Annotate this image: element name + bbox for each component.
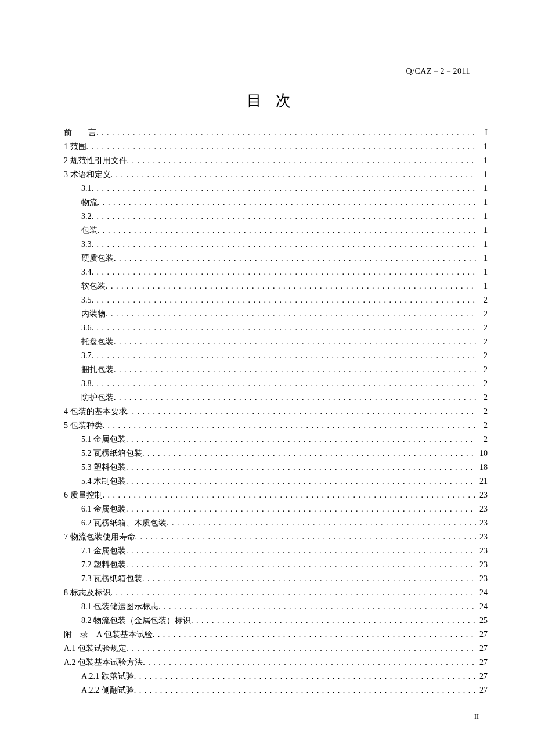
toc-leader-dots <box>191 614 476 628</box>
toc-leader-dots <box>143 656 476 669</box>
toc-entry-label: 托盘包装 <box>81 335 114 349</box>
toc-entry-page: 1 <box>476 154 488 168</box>
toc-entry: 2 规范性引用文件1 <box>64 154 488 168</box>
toc-leader-dots <box>142 572 476 586</box>
toc-entry-page: 2 <box>476 419 488 433</box>
toc-entry: 7.1 金属包装 23 <box>64 544 488 558</box>
toc-entry: 8 标志及标识24 <box>64 586 488 600</box>
toc-leader-dots <box>127 642 476 656</box>
toc-leader-dots <box>86 140 477 154</box>
toc-entry-label: 8.2 物流包装（金属包装）标识 <box>81 614 191 628</box>
toc-entry: 7 物流包装使用寿命23 <box>64 530 488 544</box>
toc-entry-page: 2 <box>476 433 488 447</box>
toc-entry-page: 2 <box>476 405 488 419</box>
toc-entry: 5.3 塑料包装 18 <box>64 460 488 474</box>
toc-entry-page: I <box>476 126 488 140</box>
toc-entry-label: 5.3 塑料包装 <box>81 460 126 474</box>
toc-leader-dots <box>142 447 476 460</box>
toc-leader-dots <box>126 474 476 488</box>
toc-leader-dots <box>98 196 476 210</box>
toc-entry: 3 术语和定义1 <box>64 168 488 182</box>
toc-entry-page: 1 <box>476 196 488 210</box>
toc-entry-label: 防护包装 <box>81 391 114 405</box>
toc-entry: 5.2 瓦楞纸箱包装 10 <box>64 447 488 460</box>
toc-entry-page: 2 <box>476 307 488 321</box>
toc-entry-label: 6.1 金属包装 <box>81 502 126 516</box>
toc-entry-page: 1 <box>476 237 488 251</box>
toc-leader-dots <box>98 224 476 237</box>
toc-leader-dots <box>135 530 477 544</box>
toc-entry: 1 范围1 <box>64 140 488 154</box>
toc-entry-page: 25 <box>476 614 488 628</box>
toc-entry: 8.1 包装储运图示标志 24 <box>64 600 488 614</box>
toc-entry: 附 录 A 包装基本试验 27 <box>64 628 488 642</box>
toc-entry-page: 27 <box>476 642 488 656</box>
toc-entry-page: 23 <box>476 572 488 586</box>
toc-entry-page: 23 <box>476 558 488 572</box>
page-title: 目次 <box>64 91 488 111</box>
toc-entry: 8.2 物流包装（金属包装）标识 25 <box>64 614 488 628</box>
toc-entry-label: 前 言 <box>64 126 96 140</box>
toc-entry-page: 2 <box>476 349 488 363</box>
toc-leader-dots <box>96 126 476 140</box>
toc-entry: 捆扎包装2 <box>64 363 488 377</box>
toc-entry: 5.1 金属包装 2 <box>64 433 488 447</box>
toc-entry: 7.3 瓦楞纸箱包装 23 <box>64 572 488 586</box>
toc-entry: 物流1 <box>64 196 488 210</box>
toc-leader-dots <box>111 168 477 182</box>
toc-entry-label: 7 物流包装使用寿命 <box>64 530 135 544</box>
toc-entry-label: 5 包装种类 <box>64 419 103 433</box>
toc-leader-dots <box>92 237 477 251</box>
toc-entry-label: 3.2 <box>81 210 92 224</box>
toc-leader-dots <box>134 669 476 683</box>
toc-entry-page: 23 <box>476 502 488 516</box>
toc-entry-page: 27 <box>476 656 488 669</box>
toc-entry-page: 1 <box>476 279 488 293</box>
toc-entry-page: 27 <box>476 669 488 683</box>
toc-entry-page: 27 <box>476 683 488 697</box>
toc-entry: A.2.1 跌落试验 27 <box>64 669 488 683</box>
toc-leader-dots <box>92 182 477 196</box>
toc-leader-dots <box>111 586 477 600</box>
toc-entry: A.1 包装试验规定27 <box>64 642 488 656</box>
toc-entry-label: 3.1 <box>81 182 92 196</box>
toc-entry-label: A.2.2 侧翻试验 <box>81 683 134 697</box>
toc-entry-page: 1 <box>476 182 488 196</box>
toc-entry-label: 软包装 <box>81 279 106 293</box>
toc-entry: 3.7 2 <box>64 349 488 363</box>
toc-entry-label: 7.1 金属包装 <box>81 544 126 558</box>
toc-entry-page: 1 <box>476 224 488 237</box>
toc-entry: 软包装1 <box>64 279 488 293</box>
toc-entry-page: 23 <box>476 488 488 502</box>
toc-entry-page: 2 <box>476 293 488 307</box>
toc-entry-label: 3.4 <box>81 265 92 279</box>
toc-entry-label: 包装 <box>81 224 98 237</box>
toc-entry: 3.8 2 <box>64 377 488 391</box>
toc-leader-dots <box>106 307 476 321</box>
toc-entry: 3.4 1 <box>64 265 488 279</box>
toc-leader-dots <box>158 600 476 614</box>
toc-entry: 6.1 金属包装 23 <box>64 502 488 516</box>
toc-entry-page: 1 <box>476 210 488 224</box>
toc-entry: 3.1 1 <box>64 182 488 196</box>
toc-leader-dots <box>103 419 477 433</box>
toc-entry-label: 3.5 <box>81 293 92 307</box>
toc-entry-label: 7.2 塑料包装 <box>81 558 126 572</box>
toc-leader-dots <box>103 488 477 502</box>
toc-entry-label: 8.1 包装储运图示标志 <box>81 600 158 614</box>
toc-leader-dots <box>114 251 476 265</box>
toc-entry-label: 附 录 A 包装基本试验 <box>64 628 153 642</box>
toc-entry-label: A.1 包装试验规定 <box>64 642 127 656</box>
toc-leader-dots <box>92 377 477 391</box>
toc-entry: 内装物2 <box>64 307 488 321</box>
toc-leader-dots <box>114 335 476 349</box>
toc-entry-label: 硬质包装 <box>81 251 114 265</box>
toc-entry-label: 3.8 <box>81 377 92 391</box>
toc-entry-label: 6.2 瓦楞纸箱、木质包装 <box>81 516 167 530</box>
toc-entry-page: 23 <box>476 530 488 544</box>
toc-entry: 3.5 2 <box>64 293 488 307</box>
toc-leader-dots <box>92 321 477 335</box>
toc-entry-page: 21 <box>476 474 488 488</box>
toc-leader-dots <box>92 349 477 363</box>
toc-entry: A.2.2 侧翻试验 27 <box>64 683 488 697</box>
